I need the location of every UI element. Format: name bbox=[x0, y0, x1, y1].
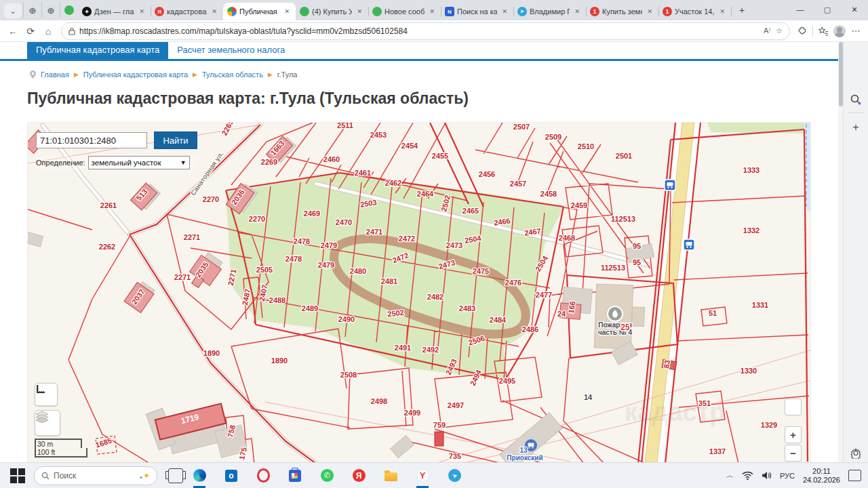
map-zoom-controls: + − bbox=[785, 397, 802, 462]
parcel-label: 1329 bbox=[761, 421, 777, 429]
tab-close-icon[interactable]: ✕ bbox=[645, 7, 654, 16]
close-button[interactable]: ✕ bbox=[841, 0, 868, 19]
tab-close-icon[interactable]: ✕ bbox=[137, 7, 146, 16]
browser-tab[interactable]: ➤Владимир П✕ bbox=[513, 3, 586, 20]
tab-close-icon[interactable]: ✕ bbox=[282, 7, 292, 16]
browser-tab[interactable]: (4) Купить У✕ bbox=[296, 3, 368, 20]
sidebar-divider bbox=[848, 113, 864, 113]
opera-icon bbox=[257, 468, 270, 483]
store-taskbar-icon[interactable] bbox=[288, 469, 302, 483]
language-indicator[interactable]: РУС bbox=[780, 472, 795, 480]
layers-button[interactable] bbox=[35, 410, 60, 436]
tab-close-icon[interactable]: ✕ bbox=[500, 7, 509, 16]
browser-essentials-icon[interactable] bbox=[794, 23, 810, 39]
parcel-label: 2490 bbox=[338, 315, 355, 323]
browser-tab[interactable]: ✦Дзен — глав✕ bbox=[78, 3, 151, 20]
new-tab-button[interactable]: + bbox=[734, 2, 750, 18]
parcel-label: 735 bbox=[449, 452, 461, 460]
browser-tab[interactable]: NПоиск на ка✕ bbox=[441, 3, 513, 20]
profile-avatar[interactable] bbox=[831, 23, 848, 39]
parcel-label: 2480 bbox=[350, 267, 366, 275]
breadcrumb-home[interactable]: Главная bbox=[41, 70, 69, 79]
pinned-tab-globe-2[interactable]: ⊕ bbox=[41, 2, 60, 18]
browser-tab[interactable]: Якадастровая✕ bbox=[151, 3, 223, 20]
sidebar-add-icon[interactable]: + bbox=[852, 121, 859, 134]
parcel-label: 2498 bbox=[371, 397, 387, 405]
refresh-button[interactable]: ⟳ bbox=[22, 22, 39, 40]
maximize-button[interactable]: ▢ bbox=[814, 0, 841, 19]
collections-icon[interactable] bbox=[815, 23, 831, 39]
parcel-label: 2465 bbox=[462, 207, 479, 215]
ya-taskbar-icon[interactable]: Я bbox=[352, 469, 366, 483]
notification-center-icon[interactable] bbox=[848, 470, 861, 481]
url-text: https://ik8map.roscadastres.com/map/tuls… bbox=[79, 26, 758, 36]
hidden-icons-chevron[interactable]: ︿ bbox=[726, 470, 734, 481]
parcel-label: 14 bbox=[584, 393, 593, 401]
parcel-label: 2509 bbox=[545, 133, 561, 141]
minimize-button[interactable]: — bbox=[787, 0, 814, 19]
tab-title: (4) Купить У bbox=[312, 7, 352, 16]
tab-search-chevron-icon[interactable]: ⌄ bbox=[4, 3, 22, 18]
tg-taskbar-icon[interactable]: ➤ bbox=[448, 469, 461, 483]
ybr-icon: Y bbox=[416, 469, 429, 482]
tab-close-icon[interactable]: ✕ bbox=[210, 7, 219, 16]
fold-taskbar-icon[interactable] bbox=[384, 469, 397, 483]
pinned-tab-green[interactable] bbox=[60, 2, 78, 18]
zoom-out-button[interactable]: − bbox=[785, 445, 802, 462]
parcel-label: 2486 bbox=[522, 325, 538, 333]
parcel-label: 2262 bbox=[99, 243, 115, 251]
pinned-tab-globe-1[interactable]: ⊕ bbox=[23, 2, 41, 18]
cadastral-search-input[interactable] bbox=[36, 132, 147, 148]
edge-taskbar-icon[interactable] bbox=[193, 469, 206, 483]
parcel-label: 83 bbox=[662, 359, 671, 369]
taskbar-clock[interactable]: 20:11 24.02.2026 bbox=[803, 467, 840, 485]
parcel-label: 2458 bbox=[540, 190, 557, 198]
start-button[interactable] bbox=[9, 468, 26, 484]
read-aloud-icon[interactable]: A⁾ bbox=[764, 26, 770, 35]
definition-select[interactable]: земельный участок ▼ bbox=[88, 156, 190, 169]
browser-tab[interactable]: 1Участок 14,7✕ bbox=[658, 3, 731, 20]
measure-button[interactable] bbox=[35, 383, 58, 406]
taskbar-search[interactable]: Поиск ✦ bbox=[34, 466, 157, 485]
volume-icon[interactable] bbox=[762, 471, 772, 480]
tab-land-tax-calc[interactable]: Расчет земельного налога bbox=[168, 42, 294, 59]
parcel-label: 25 bbox=[620, 323, 630, 332]
ybr-taskbar-icon[interactable]: Y bbox=[416, 469, 429, 483]
tab-close-icon[interactable]: ✕ bbox=[355, 7, 364, 16]
breadcrumb-separator: ▶ bbox=[268, 71, 273, 78]
browser-tab[interactable]: Публичная к✕ bbox=[223, 3, 296, 20]
breadcrumb-pkk[interactable]: Публичная кадастровая карта bbox=[83, 70, 188, 79]
browser-tab[interactable]: Новое сооб✕ bbox=[368, 3, 441, 20]
wa-taskbar-icon[interactable]: ✆ bbox=[320, 469, 334, 483]
parcel-label: 2484 bbox=[490, 316, 507, 324]
settings-menu-icon[interactable]: ⋯ bbox=[848, 23, 864, 39]
address-bar[interactable]: https://ik8map.roscadastres.com/map/tuls… bbox=[61, 22, 790, 40]
sidebar-settings-gear-icon[interactable] bbox=[850, 447, 862, 462]
tab-close-icon[interactable]: ✕ bbox=[572, 7, 582, 16]
breadcrumb-region[interactable]: Тульская область bbox=[202, 70, 263, 79]
tab-close-icon[interactable]: ✕ bbox=[717, 7, 727, 16]
map-pin-icon bbox=[30, 70, 36, 79]
home-button[interactable]: ⌂ bbox=[39, 22, 57, 40]
favorites-star-icon[interactable]: ☆ bbox=[776, 26, 783, 35]
tg-icon: ➤ bbox=[446, 467, 462, 483]
opera-taskbar-icon[interactable] bbox=[256, 469, 270, 483]
out-taskbar-icon[interactable]: o bbox=[224, 469, 238, 483]
globe-icon: ⊕ bbox=[46, 5, 56, 15]
back-button[interactable]: ← bbox=[4, 22, 22, 40]
parcel-label: 2473 bbox=[446, 241, 462, 249]
parcel-label: 2479 bbox=[321, 241, 337, 249]
wifi-icon[interactable] bbox=[742, 471, 753, 480]
tab-public-cadastral-map[interactable]: Публичная кадастровая карта bbox=[27, 42, 168, 59]
find-button[interactable]: Найти bbox=[154, 131, 197, 149]
zoom-in-button[interactable]: + bbox=[785, 426, 802, 443]
browser-tab[interactable]: 1Купить земе✕ bbox=[586, 3, 658, 20]
tab-close-icon[interactable]: ✕ bbox=[427, 7, 437, 16]
map-extra-button[interactable] bbox=[785, 399, 802, 415]
sidebar-search-icon[interactable] bbox=[850, 94, 862, 108]
cadastral-map[interactable]: кадастр 25112453245424552507250925102501… bbox=[27, 122, 811, 463]
parcel-label: 2454 bbox=[401, 142, 418, 150]
parcel-label: 112513 bbox=[611, 215, 635, 223]
task-view-button[interactable] bbox=[168, 468, 183, 483]
green-areas bbox=[226, 123, 811, 379]
